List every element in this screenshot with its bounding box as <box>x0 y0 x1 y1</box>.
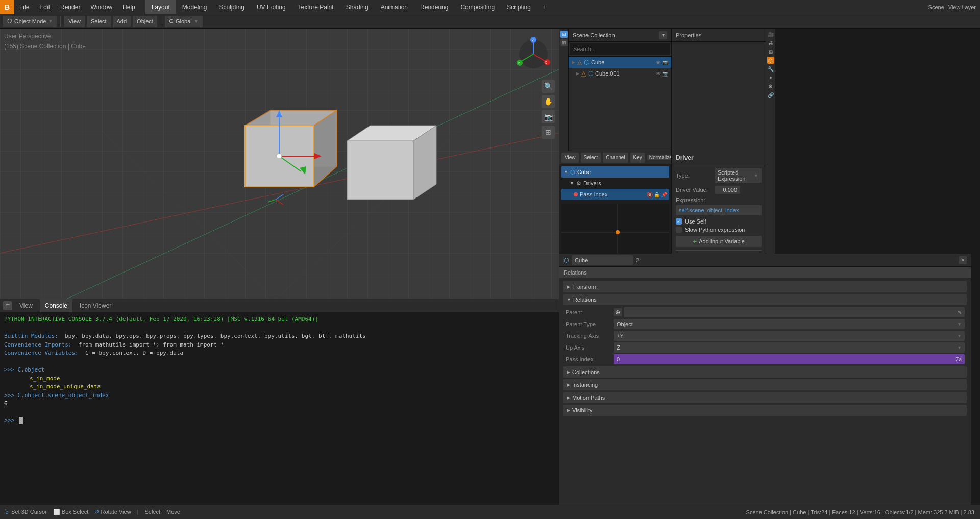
render-icon[interactable]: 📷 <box>662 60 668 65</box>
graph-channel-btn[interactable]: Channel <box>603 153 628 163</box>
parent-field[interactable]: ✎ <box>624 307 965 317</box>
rotate-view-status[interactable]: ↺ Rotate View <box>94 509 131 515</box>
driver-tree-pass-index[interactable]: Pass Index 🔇 🔒 📌 <box>561 189 669 200</box>
tab-compositing[interactable]: Compositing <box>454 0 501 14</box>
driver-type-select[interactable]: Scripted Expression ▼ <box>715 168 762 183</box>
viewport-gizmo[interactable]: Z X Y <box>513 34 554 75</box>
transform-global[interactable]: ⊕ Global ▼ <box>165 16 203 27</box>
obj-close-btn[interactable]: ✕ <box>959 256 967 264</box>
slow-python-checkbox[interactable] <box>676 227 682 233</box>
render-icon-2[interactable]: 📷 <box>662 71 668 77</box>
menu-help[interactable]: Help <box>117 0 140 14</box>
hand-tool[interactable]: ✋ <box>542 95 555 108</box>
relations-section-header[interactable]: ▼ Relations <box>564 294 967 305</box>
select-label: Select <box>144 509 160 515</box>
outliner-filter-icon[interactable]: ▾ <box>659 31 667 39</box>
view-button[interactable]: View <box>64 16 85 27</box>
lock-icon[interactable]: 🔒 <box>654 192 660 197</box>
3d-viewport[interactable]: User Perspective (155) Scene Collection … <box>0 29 559 299</box>
camera-tool[interactable]: 📷 <box>542 110 555 123</box>
driver-panel-header: Driver <box>672 151 766 164</box>
tracking-axis-select[interactable]: +Y ▼ <box>614 331 965 341</box>
props-tab-particles[interactable]: ✦ <box>767 74 774 81</box>
mute-icon[interactable]: 🔇 <box>647 192 653 197</box>
pass-index-field[interactable]: 0 Za <box>614 354 965 364</box>
graph-key-btn[interactable]: Key <box>630 153 645 163</box>
tab-animation[interactable]: Animation <box>375 0 414 14</box>
motion-paths-header[interactable]: ▶ Motion Paths <box>564 392 967 403</box>
use-self-row: ✓ Use Self <box>676 218 762 225</box>
props-tab-render[interactable]: 🎥 <box>767 31 774 38</box>
menu-render[interactable]: Render <box>55 0 85 14</box>
parent-picker-btn[interactable]: ⊕ <box>614 308 622 316</box>
tree-expand-cube: ▼ <box>564 169 568 175</box>
normalize-btn[interactable]: Normalize <box>647 155 674 160</box>
console-tab-icon-viewer[interactable]: Icon Viewer <box>75 299 116 312</box>
slow-python-label: Slow Python expression <box>685 227 745 233</box>
console-tab-console[interactable]: Console <box>40 299 72 312</box>
tab-add[interactable]: + <box>537 0 553 14</box>
props-tab-object[interactable]: ⬡ <box>767 57 774 64</box>
visibility-icon[interactable]: 👁 <box>656 60 661 65</box>
select-status[interactable]: Select <box>144 509 160 515</box>
transform-section-label: Transform <box>572 284 598 290</box>
transform-section-header[interactable]: ▶ Transform <box>564 281 967 292</box>
tab-layout[interactable]: Layout <box>145 0 176 14</box>
props-tab-modifier[interactable]: 🔧 <box>767 65 774 72</box>
visibility-icon-2[interactable]: 👁 <box>656 71 661 77</box>
select-button[interactable]: Select <box>87 16 111 27</box>
props-tab-output[interactable]: 🖨 <box>767 39 774 46</box>
outliner-item-cube001[interactable]: ▶ △ ⬡ Cube.001 👁 📷 <box>569 68 671 79</box>
move-status[interactable]: Move <box>166 509 180 515</box>
grid-tool[interactable]: ⊞ <box>542 126 555 139</box>
tab-uv-editing[interactable]: UV Editing <box>251 0 292 14</box>
instancing-header[interactable]: ▶ Instancing <box>564 379 967 390</box>
tab-modeling[interactable]: Modeling <box>176 0 213 14</box>
pass-index-row: Pass Index 0 Za <box>564 354 967 364</box>
mode-selector[interactable]: ⬡ Object Mode ▼ <box>3 16 57 27</box>
tab-texture-paint[interactable]: Texture Paint <box>292 0 340 14</box>
motion-paths-expand: ▶ <box>567 395 570 400</box>
props-tab-physics[interactable]: ⚙ <box>767 83 774 90</box>
props-tab-constraints[interactable]: 🔗 <box>767 91 774 98</box>
scene-name: Scene <box>928 4 944 10</box>
outliner-search-input[interactable] <box>570 43 670 55</box>
props-tab-view[interactable]: ⊞ <box>767 48 774 55</box>
use-self-checkbox[interactable]: ✓ <box>676 218 682 225</box>
obj-props-header: ⬡ 2 ✕ <box>559 254 971 267</box>
tab-rendering[interactable]: Rendering <box>414 0 454 14</box>
driver-tree-cube[interactable]: ▼ ⬡ Cube <box>561 166 669 178</box>
cursor-tool[interactable]: 🔍 <box>542 80 555 93</box>
object-button[interactable]: Object <box>133 16 157 27</box>
svg-point-38 <box>616 230 620 234</box>
add-input-variable-btn[interactable]: + Add Input Variable <box>676 236 762 247</box>
parent-type-select[interactable]: Object ▼ <box>614 319 965 329</box>
menu-file[interactable]: File <box>14 0 34 14</box>
outliner-item-cube[interactable]: ▶ △ ⬡ Cube 👁 📷 <box>569 57 671 68</box>
instancing-expand: ▶ <box>567 382 570 387</box>
tab-sculpting[interactable]: Sculpting <box>213 0 251 14</box>
expression-input[interactable] <box>676 205 762 215</box>
side-icon-active[interactable]: ⊡ <box>560 31 568 38</box>
console-tab-view[interactable]: View <box>14 299 38 312</box>
box-select-status[interactable]: ⬜ Box Select <box>53 509 89 515</box>
console-builtin: Builtin Modules: bpy, bpy.data, bpy.ops,… <box>4 332 555 341</box>
side-icon-filter[interactable]: ⊞ <box>560 39 568 46</box>
visibility-header[interactable]: ▶ Visibility <box>564 405 967 416</box>
add-button[interactable]: Add <box>113 16 131 27</box>
menu-edit[interactable]: Edit <box>34 0 55 14</box>
collections-header[interactable]: ▶ Collections <box>564 366 967 378</box>
obj-name-input[interactable] <box>572 255 633 265</box>
plus-icon: + <box>693 237 697 245</box>
pin-icon[interactable]: 📌 <box>661 192 667 197</box>
up-axis-select[interactable]: Z ▼ <box>614 342 965 353</box>
menu-window[interactable]: Window <box>85 0 117 14</box>
driver-value-number[interactable]: 0.000 <box>715 186 740 194</box>
graph-view-btn[interactable]: View <box>561 153 579 163</box>
graph-select-btn[interactable]: Select <box>581 153 601 163</box>
driver-divider <box>676 250 762 251</box>
driver-tree-drivers[interactable]: ▼ ⚙ Drivers <box>561 178 669 189</box>
set-3d-cursor-status[interactable]: 🖱 Set 3D Cursor <box>4 509 47 515</box>
tab-shading[interactable]: Shading <box>340 0 375 14</box>
tab-scripting[interactable]: Scripting <box>501 0 537 14</box>
